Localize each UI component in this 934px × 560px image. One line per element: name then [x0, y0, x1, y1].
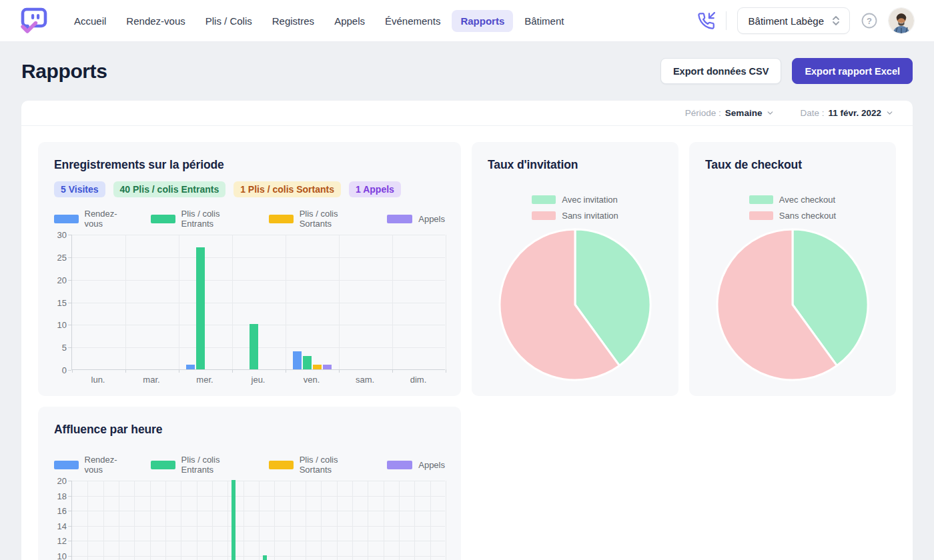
- x-tick-label: dim.: [410, 375, 427, 385]
- pie-chart-svg: [497, 227, 653, 383]
- gridline: [368, 481, 368, 560]
- help-icon[interactable]: ?: [861, 12, 878, 29]
- bar-chart: 02468101214161820: [54, 481, 445, 560]
- x-tick-label: mar.: [143, 375, 159, 385]
- bar-rendez-vous-2: [186, 365, 195, 369]
- axis-tick: [68, 556, 71, 557]
- axis-tick: [68, 235, 71, 235]
- y-tick-label: 5: [62, 343, 67, 352]
- building-selector[interactable]: Bâtiment Labège: [737, 7, 850, 34]
- legend-item-rendez-vous: Rendez-vous: [54, 455, 133, 475]
- legend-label: Appels: [418, 214, 445, 224]
- summary-badge-40-plis-colis-entrants: 40 Plis / colis Entrants: [113, 181, 226, 197]
- invitation-rate-card: Taux d'invitation Avec invitationSans in…: [472, 142, 678, 396]
- user-avatar[interactable]: [889, 8, 914, 33]
- pie-chart: [488, 227, 662, 383]
- gridline: [286, 235, 286, 369]
- legend-swatch-icon: [387, 215, 412, 223]
- nav-item-plis-colis[interactable]: Plis / Colis: [197, 10, 261, 32]
- legend-label: Rendez-vous: [85, 209, 134, 229]
- date-filter-dropdown[interactable]: Date : 11 févr. 2022: [800, 108, 894, 118]
- y-tick-label: 18: [57, 492, 67, 501]
- pie-chart-svg: [715, 227, 871, 383]
- legend-label: Plis / colis Entrants: [181, 209, 252, 229]
- registrations-chart-card: Enregistrements sur la période 5 Visites…: [38, 142, 461, 396]
- gridline: [103, 481, 104, 560]
- chart-title: Taux d'invitation: [488, 158, 662, 172]
- x-tick-label: mer.: [196, 375, 213, 385]
- gridline: [72, 303, 445, 303]
- gridline: [87, 481, 88, 560]
- phone-incoming-icon[interactable]: [697, 12, 715, 30]
- period-filter-dropdown[interactable]: Période : Semaine: [685, 108, 775, 118]
- x-tick-label: sam.: [356, 375, 374, 385]
- axis-tick: [68, 511, 71, 511]
- x-axis-labels: lun.mar.mer.jeu.ven.sam.dim.: [71, 370, 445, 385]
- y-tick-label: 20: [57, 477, 67, 485]
- pie-legend: Avec checkoutSans checkout: [749, 195, 836, 221]
- axis-tick: [68, 280, 71, 281]
- gridline: [274, 481, 275, 560]
- legend-label: Sans invitation: [562, 211, 618, 221]
- gridline: [197, 481, 197, 560]
- gridline: [165, 481, 166, 560]
- legend-item-rendez-vous: Rendez-vous: [54, 209, 133, 229]
- bar-chart: 051015202530: [54, 235, 445, 370]
- legend-item-plis-colis-entrants: Plis / colis Entrants: [151, 455, 252, 475]
- nav-item-batiment[interactable]: Bâtiment: [516, 10, 572, 32]
- bar-plis-colis-entrants-2: [196, 247, 205, 369]
- reports-panel: Période : Semaine Date : 11 févr. 2022 E…: [21, 101, 913, 560]
- legend-label: Appels: [418, 460, 445, 470]
- gridline: [337, 481, 338, 560]
- gridline: [321, 481, 322, 560]
- y-tick-label: 20: [57, 276, 67, 285]
- pie-chart: [705, 227, 880, 383]
- legend-label: Plis / colis Sortants: [300, 455, 370, 475]
- bar-plis-colis-entrants-4: [303, 356, 312, 369]
- bar-plis-colis-entrants-3: [250, 324, 258, 369]
- top-navigation-bar: AccueilRendez-vousPlis / ColisRegistresA…: [0, 0, 934, 42]
- legend-swatch-icon: [532, 211, 556, 220]
- nav-item-registres[interactable]: Registres: [264, 10, 323, 32]
- legend-label: Plis / colis Entrants: [181, 455, 252, 475]
- legend-swatch-icon: [269, 215, 294, 223]
- x-tick-label: ven.: [304, 375, 320, 385]
- summary-badge-1-plis-colis-sortants: 1 Plis / colis Sortants: [234, 181, 341, 197]
- bar-appels-4: [323, 365, 332, 369]
- export-csv-button[interactable]: Export données CSV: [660, 58, 781, 84]
- chart-title: Enregistrements sur la période: [54, 158, 445, 172]
- page-header: Rapports Export données CSV Export rappo…: [0, 42, 934, 101]
- legend-item-sans-checkout: Sans checkout: [749, 211, 836, 221]
- bar-plis-colis-sortants-4: [313, 365, 322, 369]
- legend-swatch-icon: [749, 195, 773, 204]
- nav-item-rendez-vous[interactable]: Rendez-vous: [117, 10, 193, 32]
- gridline: [446, 235, 446, 369]
- axis-tick: [68, 257, 71, 258]
- date-filter-value: 11 févr. 2022: [828, 108, 881, 118]
- axis-tick: [446, 369, 446, 373]
- main-nav: AccueilRendez-vousPlis / ColisRegistresA…: [65, 10, 572, 32]
- filter-bar: Période : Semaine Date : 11 févr. 2022: [21, 101, 913, 126]
- nav-item-accueil[interactable]: Accueil: [65, 10, 115, 32]
- export-excel-button[interactable]: Export rapport Excel: [792, 58, 913, 84]
- gridline: [212, 481, 213, 560]
- export-actions: Export données CSV Export rapport Excel: [660, 58, 913, 84]
- app-logo-icon[interactable]: [20, 6, 48, 35]
- gridline: [125, 235, 126, 369]
- axis-tick: [68, 325, 71, 325]
- legend-item-plis-colis-sortants: Plis / colis Sortants: [269, 455, 370, 475]
- nav-item-evenements[interactable]: Événements: [376, 10, 449, 32]
- period-filter-value: Semaine: [725, 108, 763, 118]
- chart-title: Taux de checkout: [705, 158, 880, 172]
- axis-tick: [68, 526, 71, 527]
- nav-item-appels[interactable]: Appels: [326, 10, 374, 32]
- bar-rendez-vous-4: [293, 351, 302, 369]
- gridline: [72, 235, 445, 235]
- axis-tick: [68, 303, 71, 303]
- gridline: [72, 347, 445, 348]
- gridline: [227, 481, 228, 560]
- gridline: [352, 481, 353, 560]
- gridline: [399, 481, 400, 560]
- gridline: [179, 235, 179, 369]
- nav-item-rapports[interactable]: Rapports: [452, 10, 513, 32]
